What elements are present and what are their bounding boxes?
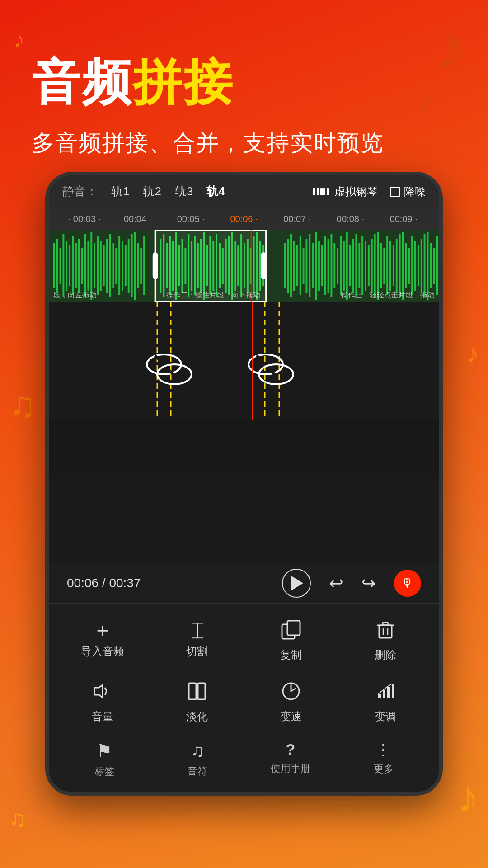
piano-icon xyxy=(313,188,329,195)
track-4[interactable]: 轨4 xyxy=(206,184,225,199)
pitch-label: 变调 xyxy=(375,709,396,724)
nav-more[interactable]: ⋮ 更多 xyxy=(337,741,430,778)
tool-import[interactable]: ＋ 导入音频 xyxy=(58,613,148,670)
import-label: 导入音频 xyxy=(81,644,124,659)
svg-rect-16 xyxy=(103,245,105,286)
svg-rect-97 xyxy=(386,236,388,295)
playhead-long xyxy=(252,302,253,420)
tool-pitch[interactable]: 变调 xyxy=(341,674,431,731)
waveform-area[interactable]: // Generate waveform bars xyxy=(49,230,439,302)
play-button[interactable] xyxy=(282,569,311,598)
tool-volume[interactable]: 音量 xyxy=(58,674,148,731)
bottom-controls: 00:06 / 00:37 ↩ ↪ 🎙 ＋ 导入音频 ⌶ 切割 xyxy=(49,563,439,792)
svg-rect-132 xyxy=(383,623,388,625)
deco-note-midleft: ♫ xyxy=(9,384,36,426)
tool-speed[interactable]: 变速 xyxy=(246,674,336,731)
svg-rect-5 xyxy=(69,245,70,286)
tool-copy[interactable]: 复制 xyxy=(246,613,336,670)
svg-rect-130 xyxy=(379,625,392,638)
svg-rect-107 xyxy=(418,245,419,286)
tool-fade[interactable]: 淡化 xyxy=(152,674,242,731)
svg-rect-136 xyxy=(189,683,196,699)
empty-track-1 xyxy=(49,420,439,474)
svg-rect-104 xyxy=(408,248,410,284)
tool-delete[interactable]: 删除 xyxy=(341,613,431,670)
speed-svg xyxy=(281,681,301,701)
nav-manual[interactable]: ? 使用手册 xyxy=(244,741,337,778)
track-1[interactable]: 轨1 xyxy=(111,184,129,199)
playback-bar: 00:06 / 00:37 ↩ ↪ 🎙 xyxy=(49,563,439,604)
svg-rect-70 xyxy=(303,248,305,284)
svg-rect-10 xyxy=(84,234,86,297)
track-2[interactable]: 轨2 xyxy=(143,184,161,199)
fade-svg xyxy=(187,681,207,701)
tool-cut[interactable]: ⌶ 切割 xyxy=(152,613,242,670)
delete-label: 删除 xyxy=(375,648,396,662)
svg-rect-80 xyxy=(333,243,335,288)
speed-icon xyxy=(281,681,301,705)
title-yellow: 拼接 xyxy=(133,50,234,116)
time-sep: / xyxy=(102,576,109,590)
copy-icon xyxy=(281,620,301,643)
svg-rect-15 xyxy=(100,241,102,291)
svg-rect-82 xyxy=(340,236,342,295)
manual-label: 使用手册 xyxy=(271,762,310,775)
right-controls: 虚拟钢琴 降噪 xyxy=(313,184,426,199)
svg-rect-71 xyxy=(305,239,307,293)
ruler-tick-5: 00:07 · xyxy=(271,214,324,224)
svg-rect-89 xyxy=(361,236,363,295)
track-3[interactable]: 轨3 xyxy=(175,184,193,199)
volume-icon xyxy=(93,681,113,705)
svg-rect-83 xyxy=(343,241,345,291)
svg-rect-94 xyxy=(377,232,379,300)
more-icon: ⋮ xyxy=(375,741,392,759)
svg-rect-11 xyxy=(87,241,89,291)
fade-icon xyxy=(187,681,207,705)
svg-rect-0 xyxy=(53,243,55,288)
svg-rect-103 xyxy=(405,243,407,288)
header-area: 音频 拼接 多音频拼接、合并，支持实时预览 xyxy=(32,50,456,158)
copy-label: 复制 xyxy=(280,648,302,662)
delete-icon xyxy=(375,620,395,643)
deco-note-topleft: ♪ xyxy=(14,27,24,52)
record-button[interactable]: 🎙 xyxy=(394,570,421,597)
ruler-tick-1: · 00:03 · xyxy=(58,214,111,224)
svg-rect-96 xyxy=(383,248,385,284)
svg-rect-101 xyxy=(399,234,401,297)
manual-icon: ? xyxy=(286,741,296,758)
dashed-lines-svg xyxy=(49,302,439,420)
svg-rect-105 xyxy=(411,236,413,295)
svg-rect-26 xyxy=(134,232,136,300)
svg-rect-67 xyxy=(293,241,295,291)
svg-rect-65 xyxy=(287,239,289,293)
ruler-tick-7: 00:09 · xyxy=(377,214,430,224)
total-time: 00:37 xyxy=(109,576,141,590)
svg-rect-129 xyxy=(287,621,300,635)
svg-rect-144 xyxy=(392,684,394,698)
svg-rect-29 xyxy=(143,236,145,295)
svg-rect-109 xyxy=(424,234,426,297)
tag-label: 标签 xyxy=(94,765,114,778)
title-white: 音频 xyxy=(32,50,133,116)
svg-marker-135 xyxy=(94,685,103,698)
volume-svg xyxy=(93,681,113,701)
redo-button[interactable]: ↪ xyxy=(361,573,376,593)
svg-rect-141 xyxy=(378,694,381,698)
svg-rect-17 xyxy=(106,239,108,293)
svg-rect-22 xyxy=(122,241,123,291)
svg-rect-1 xyxy=(56,239,58,293)
svg-rect-116 xyxy=(261,252,266,279)
noise-button[interactable]: 降噪 xyxy=(390,184,426,199)
undo-button[interactable]: ↩ xyxy=(329,573,343,593)
note-label: 音符 xyxy=(188,764,207,778)
svg-rect-24 xyxy=(128,239,130,293)
piano-button[interactable]: 虚拟钢琴 xyxy=(313,184,378,199)
svg-rect-84 xyxy=(346,232,348,300)
waveform-label-right: 操作三：轻轻点击片段，拖动 xyxy=(341,291,435,300)
svg-rect-93 xyxy=(374,234,376,297)
svg-rect-113 xyxy=(436,236,438,295)
svg-rect-74 xyxy=(315,232,317,300)
nav-note[interactable]: ♫ 音符 xyxy=(151,741,244,778)
svg-rect-28 xyxy=(140,248,142,284)
nav-tag[interactable]: ⚑ 标签 xyxy=(58,741,151,778)
